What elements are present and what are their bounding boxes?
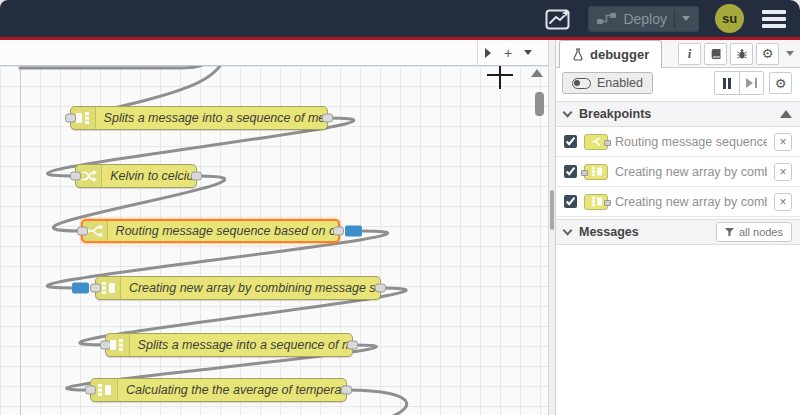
node-label: Splits a message into a sequence of mess…	[130, 338, 352, 352]
chevron-down-icon	[563, 108, 573, 118]
tab-debugger[interactable]: debugger	[559, 40, 662, 68]
message-filter-button[interactable]: all nodes	[716, 222, 792, 242]
breakpoint-marker-output[interactable]	[345, 226, 362, 237]
crosshair-cursor	[487, 74, 513, 76]
node-switch-routing[interactable]: Routing message sequence based on condit…	[81, 219, 340, 243]
debugger-settings-button[interactable]: ⚙	[769, 72, 792, 94]
switch-node-icon	[584, 134, 608, 150]
settings-button[interactable]: ⚙	[756, 43, 779, 65]
breakpoint-label: Creating new array by combining message …	[615, 165, 767, 179]
tab-debugger-label: debugger	[590, 47, 649, 62]
gear-icon: ⚙	[775, 76, 787, 91]
output-port[interactable]	[341, 386, 352, 395]
chevron-down-icon	[524, 50, 532, 55]
breakpoint-checkbox[interactable]	[564, 135, 577, 148]
sidebar-scroll-up-arrow[interactable]	[780, 110, 792, 118]
wire	[347, 390, 407, 415]
chevron-down-icon	[563, 226, 573, 236]
pause-button[interactable]	[715, 72, 739, 94]
debug-button[interactable]	[730, 43, 753, 65]
breakpoint-label: Creating new array by combining message …	[615, 195, 767, 209]
split-icon	[71, 107, 96, 129]
node-split-2[interactable]: Splits a message into a sequence of mess…	[105, 333, 353, 357]
node-label: Calculating the the average of temperatu…	[118, 383, 346, 397]
breakpoint-row[interactable]: Routing message sequence based on condit…	[556, 127, 800, 157]
sidebar-tab-menu-button[interactable]	[786, 40, 794, 67]
flow-canvas[interactable]: Splits a message into a sequence of mess…	[0, 66, 548, 415]
header: Deploy su	[0, 0, 800, 37]
enabled-label: Enabled	[597, 76, 643, 90]
breakpoint-row[interactable]: Creating new array by combining message …	[556, 187, 800, 217]
output-port[interactable]	[347, 341, 358, 350]
node-join-array[interactable]: Creating new array by combining message …	[95, 276, 381, 300]
breakpoint-marker-input[interactable]	[72, 283, 89, 294]
canvas-scroll-up-arrow[interactable]	[531, 69, 543, 77]
deploy-caret-icon[interactable]	[682, 16, 690, 21]
docs-button[interactable]	[704, 43, 727, 65]
sidebar-tabbar: debugger i	[556, 40, 800, 68]
gear-icon: ⚙	[762, 46, 774, 61]
output-port-icon	[604, 140, 611, 146]
input-port[interactable]	[85, 386, 96, 395]
step-button[interactable]	[739, 72, 763, 94]
breakpoint-checkbox[interactable]	[564, 195, 577, 208]
output-port[interactable]	[333, 227, 344, 236]
canvas-scrollbar-thumb[interactable]	[535, 92, 544, 116]
flow-list-button[interactable]	[518, 40, 538, 65]
messages-section-header[interactable]: Messages all nodes	[556, 219, 800, 245]
join-icon	[96, 277, 121, 299]
remove-breakpoint-button[interactable]: ×	[774, 193, 792, 211]
play-icon	[485, 48, 491, 58]
breakpoints-title: Breakpoints	[579, 107, 651, 121]
output-port[interactable]	[322, 114, 333, 123]
pause-icon	[723, 78, 726, 89]
breakpoint-row[interactable]: Creating new array by combining message …	[556, 157, 800, 187]
splitter-grip[interactable]	[550, 190, 554, 230]
remove-breakpoint-button[interactable]: ×	[774, 163, 792, 181]
node-label: Routing message sequence based on condit…	[108, 224, 338, 238]
deploy-icon	[597, 12, 616, 25]
output-port-icon	[604, 200, 611, 206]
toggle-icon	[572, 78, 591, 89]
input-port[interactable]	[70, 172, 81, 181]
scroll-tabs-right-button[interactable]	[478, 40, 498, 65]
node-label: Splits a message into a sequence of mess…	[96, 111, 327, 125]
output-port[interactable]	[191, 172, 202, 181]
node-red-app: Deploy su +	[0, 0, 800, 415]
sidebar: debugger i	[556, 40, 800, 415]
add-flow-button[interactable]: +	[498, 40, 518, 65]
flow-tabbar: +	[0, 40, 548, 66]
deploy-separator	[674, 10, 675, 28]
main-menu-button[interactable]	[760, 8, 788, 30]
flow-preview-icon[interactable]	[545, 7, 572, 31]
node-split-1[interactable]: Splits a message into a sequence of mess…	[70, 106, 328, 130]
input-port-icon	[581, 170, 588, 176]
info-button[interactable]: i	[678, 43, 701, 65]
sidebar-tab-buttons: i ⚙	[678, 40, 779, 67]
workspace: +	[0, 40, 548, 415]
bug-icon	[736, 48, 748, 60]
main-area: +	[0, 40, 800, 415]
breakpoint-checkbox[interactable]	[564, 165, 577, 178]
enabled-toggle-button[interactable]: Enabled	[562, 72, 653, 94]
debugger-toolbar: Enabled ⚙	[556, 68, 800, 98]
user-avatar[interactable]: su	[715, 4, 744, 33]
deploy-button[interactable]: Deploy	[588, 6, 699, 32]
node-label: Creating new array by combining message …	[121, 281, 380, 295]
sidebar-splitter[interactable]	[548, 40, 556, 415]
node-change-kelvin[interactable]: Kelvin to celcius	[75, 164, 197, 188]
breakpoint-label: Routing message sequence based on condit…	[615, 135, 767, 149]
book-icon	[710, 48, 722, 60]
messages-title: Messages	[579, 225, 639, 239]
input-port[interactable]	[77, 227, 88, 236]
output-port[interactable]	[375, 284, 386, 293]
join-icon	[91, 379, 118, 401]
remove-breakpoint-button[interactable]: ×	[774, 133, 792, 151]
split-icon	[106, 334, 130, 356]
node-join-average[interactable]: Calculating the the average of temperatu…	[90, 378, 347, 402]
crosshair-cursor	[499, 66, 501, 89]
breakpoints-section-header[interactable]: Breakpoints	[556, 101, 800, 127]
step-forward-icon	[746, 78, 753, 88]
hamburger-icon	[762, 10, 786, 14]
node-label: Kelvin to celcius	[102, 169, 196, 183]
